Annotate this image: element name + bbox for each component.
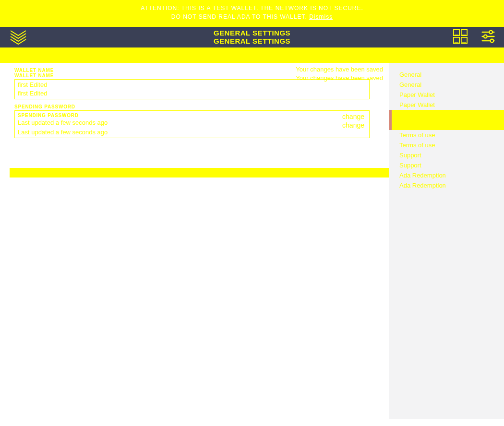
wallet-name-value-2: first Edited <box>18 89 366 98</box>
yellow-bar <box>10 168 389 178</box>
svg-rect-3 <box>461 37 467 43</box>
top-banner: ATTENTION: THIS IS A TEST WALLET. THE NE… <box>0 0 504 27</box>
topbar-title-area: GENERAL SETTINGS GENERAL SETTINGS <box>214 29 290 45</box>
last-updated-1: Last updated a few seconds ago <box>18 118 366 128</box>
change-password-link-2[interactable]: change <box>342 121 364 129</box>
svg-rect-2 <box>454 37 459 43</box>
main-content: WALLET NAME Your changes have been saved… <box>0 63 389 419</box>
wallet-name-input[interactable]: first Edited first Edited <box>14 79 370 99</box>
sidebar-item-support[interactable]: Support <box>389 150 504 160</box>
yellow-strip <box>0 47 504 63</box>
wallet-name-value-1: first Edited <box>18 81 366 89</box>
svg-rect-0 <box>454 30 459 36</box>
spending-password-box: SPENDING PASSWORD Last updated a few sec… <box>14 110 370 138</box>
spending-password-label-dup: SPENDING PASSWORD <box>18 113 366 118</box>
sidebar-item-terms-dup[interactable]: Terms of use <box>389 140 504 150</box>
svg-point-11 <box>484 35 487 38</box>
sidebar-item-paper-wallet[interactable]: Paper Wallet <box>389 90 504 100</box>
sidebar-item-ada-redemption[interactable]: Ada Redemption <box>389 170 504 180</box>
sidebar-item-paper-wallet-dup[interactable]: Paper Wallet <box>389 100 504 110</box>
svg-point-9 <box>489 31 492 34</box>
banner-dismiss-link[interactable]: Dismiss <box>309 13 333 20</box>
settings-card: WALLET NAME Your changes have been saved… <box>10 63 389 141</box>
topbar: GENERAL SETTINGS GENERAL SETTINGS <box>0 27 504 47</box>
dashboard-icon[interactable] <box>452 28 468 47</box>
sidebar-item-wallet-dup[interactable]: Wallet <box>389 120 504 130</box>
saved-message-dup: Your changes have been saved <box>296 74 383 82</box>
page-title-dup: GENERAL SETTINGS <box>214 37 290 46</box>
settings-sidebar: General General Paper Wallet Paper Walle… <box>389 63 504 419</box>
last-updated-2: Last updated a few seconds ago <box>18 128 366 137</box>
banner-line-1: ATTENTION: THIS IS A TEST WALLET. THE NE… <box>0 4 504 12</box>
sidebar-item-support-dup[interactable]: Support <box>389 160 504 170</box>
saved-message: Your changes have been saved <box>296 66 383 73</box>
page-title: GENERAL SETTINGS <box>214 29 290 37</box>
sidebar-item-wallet[interactable]: Wallet <box>389 110 504 120</box>
sidebar-item-ada-redemption-dup[interactable]: Ada Redemption <box>389 180 504 190</box>
svg-point-13 <box>491 39 494 43</box>
sidebar-item-terms[interactable]: Terms of use <box>389 130 504 140</box>
change-password-link-1[interactable]: change <box>342 113 364 120</box>
topbar-icons <box>452 29 496 46</box>
settings-icon[interactable] <box>480 28 496 47</box>
svg-rect-1 <box>461 30 467 36</box>
spending-password-label: SPENDING PASSWORD <box>14 104 384 109</box>
logo-icon <box>10 29 27 46</box>
banner-line-2: DO NOT SEND REAL ADA TO THIS WALLET. Dis… <box>0 12 504 21</box>
sidebar-item-general-dup[interactable]: General <box>389 80 504 90</box>
sidebar-item-general[interactable]: General <box>389 70 504 80</box>
